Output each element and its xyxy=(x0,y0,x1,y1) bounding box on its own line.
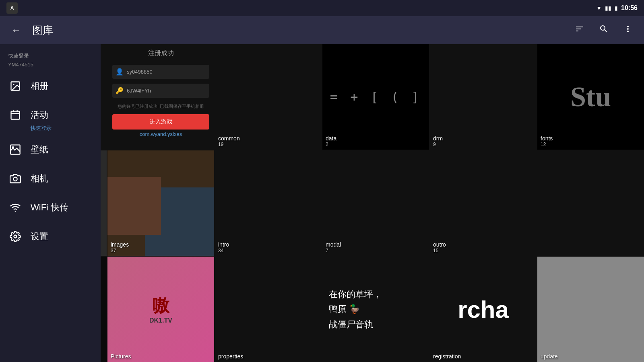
filter-icon[interactable] xyxy=(572,21,588,39)
page-title: 图库 xyxy=(32,23,564,37)
reg-title: 注册成功 xyxy=(148,49,174,58)
sidebar-label-album: 相册 xyxy=(31,80,48,92)
camera-icon xyxy=(8,171,23,186)
sidebar-item-album[interactable]: 相册 xyxy=(0,72,101,101)
sidebar-label-settings: 设置 xyxy=(31,230,48,243)
grid-item-update[interactable]: update xyxy=(537,257,644,362)
svg-point-1 xyxy=(13,84,14,85)
enter-game-button[interactable]: 进入游戏 xyxy=(112,114,209,130)
reg-username-field: 👤 sy0498850 xyxy=(112,65,209,79)
grid-label-common: common 19 xyxy=(218,135,240,147)
sidebar-item-camera[interactable]: 相机 xyxy=(0,164,101,193)
grid-label-images: images 37 xyxy=(111,241,129,253)
status-bar: A ▼ ▮▮ ▮ 10:56 xyxy=(0,0,644,16)
sidebar-item-wallpaper[interactable]: 壁纸 xyxy=(0,135,101,164)
sidebar-header-label: 快速登录 xyxy=(8,52,29,60)
sidebar-user-id: YM474515 xyxy=(0,62,101,72)
sidebar-label-activity: 活动 xyxy=(31,109,48,121)
app-icon: A xyxy=(6,2,18,14)
activity-icon xyxy=(8,108,23,122)
reg-link: com.wyand.ysixes xyxy=(140,131,182,137)
reg-username: sy0498850 xyxy=(127,69,153,75)
grid-item-data[interactable]: = + [ ( ] data 2 xyxy=(322,44,429,150)
sidebar-item-wifi[interactable]: WiFi 快传 xyxy=(0,193,101,222)
svg-point-7 xyxy=(14,235,17,238)
grass-text: 在你的草坪， 鸭原 🦆 战僵尸音轨 xyxy=(329,287,382,332)
rcha-text: rcha xyxy=(458,296,509,323)
grid-label-rcha: registration xyxy=(433,353,461,360)
grid-label-pictures: Pictures xyxy=(111,353,131,360)
svg-point-6 xyxy=(15,211,16,212)
signal-icon: ▮▮ xyxy=(605,5,611,11)
grid-item-pictures[interactable]: 嗷 DK1.TV Pictures xyxy=(107,257,214,362)
svg-rect-2 xyxy=(11,111,20,119)
pictures-dk1tv: DK1.TV xyxy=(149,317,172,324)
sidebar: 快速登录 YM474515 相册 xyxy=(0,44,101,362)
more-options-icon[interactable] xyxy=(620,21,636,39)
sidebar-item-settings[interactable]: 设置 xyxy=(0,222,101,251)
search-icon[interactable] xyxy=(596,21,612,39)
grid-label-properties: properties xyxy=(218,353,243,360)
sidebar-item-activity-wrapper: 活动 快速登录 xyxy=(0,101,101,135)
grid-item-fonts[interactable]: Stu fonts 12 xyxy=(537,44,644,150)
pictures-text: 嗷 xyxy=(153,294,169,317)
reg-note: 您的账号已注册成功! 已截图保存至手机相册 xyxy=(118,103,204,109)
grid-label-data: data 2 xyxy=(326,135,336,147)
status-right: ▼ ▮▮ ▮ 10:56 xyxy=(596,4,638,12)
grid-label-outro: outro 15 xyxy=(433,241,446,253)
reg-password: 6JW4lFYh xyxy=(127,88,151,94)
toolbar-icons xyxy=(572,21,636,39)
status-time: 10:56 xyxy=(621,4,638,12)
wifi-icon: ▼ xyxy=(596,5,602,11)
grid-item-common[interactable]: common 19 xyxy=(215,44,322,150)
battery-icon: ▮ xyxy=(615,5,618,11)
grid-item-grass[interactable]: 在你的草坪， 鸭原 🦆 战僵尸音轨 xyxy=(322,257,429,362)
album-icon xyxy=(8,79,23,93)
sidebar-item-activity[interactable]: 活动 xyxy=(0,101,101,130)
back-button[interactable]: ← xyxy=(8,21,24,39)
status-left: A xyxy=(6,2,18,14)
svg-point-5 xyxy=(13,177,17,181)
images-preview2 xyxy=(107,177,161,235)
grid-item-properties[interactable]: properties xyxy=(215,257,322,362)
svg-point-4 xyxy=(12,146,14,148)
grid-item-rcha[interactable]: rcha registration xyxy=(430,257,537,362)
main-content: tAt b 注册成功 👤 sy0498850 🔑 6JW4lFYh 您的账号已注… xyxy=(0,44,644,362)
sidebar-label-wallpaper: 壁纸 xyxy=(31,144,48,156)
key-icon: 🔑 xyxy=(116,87,124,95)
user-icon: 👤 xyxy=(116,68,124,76)
grid-item-registration[interactable]: 注册成功 👤 sy0498850 🔑 6JW4lFYh 您的账号已注册成功! 已… xyxy=(107,44,214,150)
sidebar-label-camera: 相机 xyxy=(31,173,48,185)
grid-item-drm[interactable]: drm 9 xyxy=(430,44,537,150)
grid-label-update: update xyxy=(541,353,558,360)
sidebar-header: 快速登录 xyxy=(0,48,101,62)
grid-item-intro[interactable]: intro 34 xyxy=(215,150,322,256)
grid-label-fonts: fonts 12 xyxy=(541,135,553,147)
grid-item-empty1[interactable] xyxy=(537,150,644,256)
grid-label-modal: modal 7 xyxy=(326,241,341,253)
grid-label-drm: drm 9 xyxy=(433,135,443,147)
reg-password-field: 🔑 6JW4lFYh xyxy=(112,84,209,98)
sidebar-label-wifi: WiFi 快传 xyxy=(31,202,68,214)
grid-item-outro[interactable]: outro 15 xyxy=(430,150,537,256)
grid-item-modal[interactable]: modal 7 xyxy=(322,150,429,256)
app-bar: ← 图库 xyxy=(0,16,644,44)
settings-icon xyxy=(8,229,23,244)
wifi-transfer-icon xyxy=(8,200,23,215)
grid-label-intro: intro 34 xyxy=(218,241,229,253)
grid-item-images[interactable]: images 37 xyxy=(107,150,214,256)
wallpaper-icon xyxy=(8,142,23,157)
